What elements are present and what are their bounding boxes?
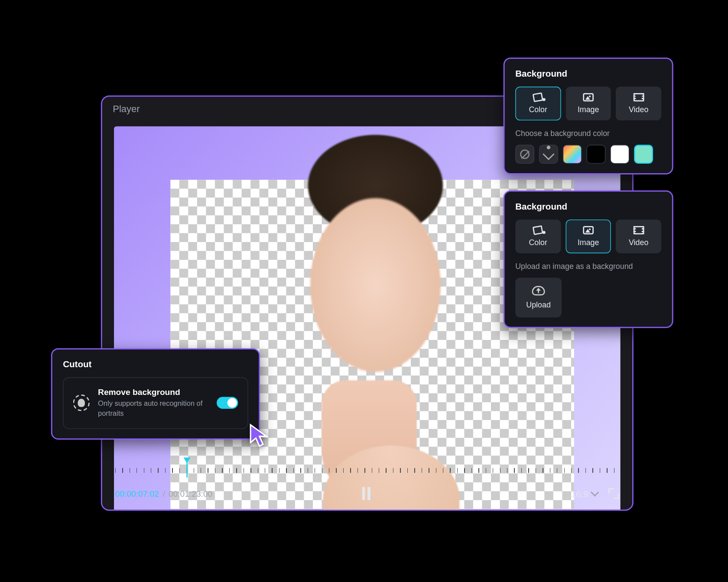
background-panel-image: Background Color Image Video Upload an i… xyxy=(504,191,673,328)
timeline-ticks xyxy=(115,468,619,473)
swatch-black[interactable] xyxy=(587,145,606,164)
color-swatches xyxy=(515,145,661,164)
upload-button[interactable]: Upload xyxy=(515,278,562,317)
image-icon xyxy=(583,93,594,101)
portrait-subject xyxy=(215,126,523,511)
video-icon xyxy=(633,226,644,234)
remove-background-row: Remove background Only supports auto rec… xyxy=(63,377,248,429)
time-separator: / xyxy=(162,489,165,498)
swatch-white[interactable] xyxy=(610,145,629,164)
image-icon xyxy=(583,226,594,234)
chevron-down-icon xyxy=(591,488,599,496)
tab-color[interactable]: Color xyxy=(515,220,561,253)
swatch-eyedropper[interactable] xyxy=(539,145,558,164)
tab-color[interactable]: Color xyxy=(515,87,561,120)
panel-title: Background xyxy=(515,201,661,211)
portrait-cutout-icon xyxy=(73,394,90,411)
swatch-mint[interactable] xyxy=(634,145,653,164)
color-hint: Choose a background color xyxy=(515,129,661,138)
timeline[interactable] xyxy=(102,461,632,477)
tab-video[interactable]: Video xyxy=(616,87,661,120)
fill-icon xyxy=(533,92,543,102)
swatch-none[interactable] xyxy=(515,145,534,164)
player-controls: 00:00:07:02 / 00:01:23:00 16:9 xyxy=(102,478,632,510)
cutout-heading: Remove background xyxy=(98,388,208,397)
tab-video[interactable]: Video xyxy=(616,220,661,253)
panel-title: Background xyxy=(515,68,661,78)
pause-button[interactable] xyxy=(362,487,373,500)
swatch-gradient[interactable] xyxy=(563,145,582,164)
tab-image[interactable]: Image xyxy=(566,87,611,120)
cutout-description: Only supports auto recognition of portra… xyxy=(98,399,208,419)
none-icon xyxy=(520,149,530,159)
video-icon xyxy=(633,93,644,101)
tab-image[interactable]: Image xyxy=(566,220,611,253)
playhead[interactable] xyxy=(186,461,188,477)
fill-icon xyxy=(533,225,543,235)
time-total: 00:01:23:00 xyxy=(169,489,212,498)
eyedropper-icon xyxy=(543,149,554,160)
fullscreen-button[interactable] xyxy=(608,488,619,499)
cursor-pointer-icon xyxy=(248,423,271,448)
panel-title: Cutout xyxy=(63,359,248,369)
aspect-ratio-value: 16:9 xyxy=(571,488,588,498)
background-panel-color: Background Color Image Video Choose a ba… xyxy=(504,58,673,175)
cutout-panel: Cutout Remove background Only supports a… xyxy=(51,348,260,439)
aspect-ratio-selector[interactable]: 16:9 xyxy=(571,488,598,498)
upload-icon xyxy=(532,286,545,295)
remove-background-toggle[interactable] xyxy=(217,397,238,409)
time-current: 00:00:07:02 xyxy=(115,489,159,498)
image-hint: Upload an image as a background xyxy=(515,262,661,271)
